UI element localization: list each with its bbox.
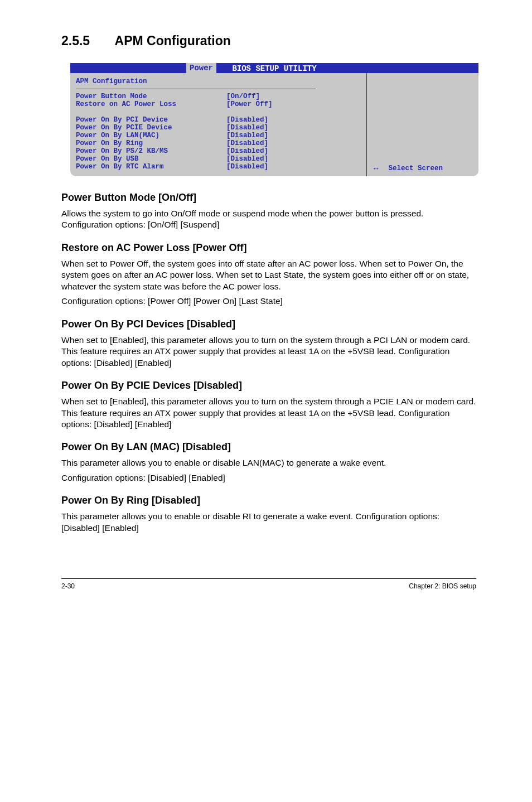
bios-setting-row[interactable]: Power On By PCI Device [Disabled] [76, 116, 361, 124]
paragraph: This parameter allows you to enable or d… [61, 511, 476, 534]
setting-label: Power On By Ring [76, 139, 226, 147]
left-right-arrow-icon: ↔ [374, 164, 378, 173]
subheading: Power On By PCI Devices [Disabled] [61, 318, 476, 330]
section-number: 2.5.5 [61, 33, 112, 49]
subheading: Power On By LAN (MAC) [Disabled] [61, 441, 476, 453]
paragraph: When set to [Enabled], this parameter al… [61, 335, 476, 369]
subheading: Restore on AC Power Loss [Power Off] [61, 242, 476, 254]
bios-panel: BIOS SETUP UTILITY Power APM Configurati… [70, 63, 478, 176]
bios-header-bar: BIOS SETUP UTILITY Power [70, 63, 478, 73]
divider [76, 89, 316, 89]
setting-value: [Disabled] [226, 155, 268, 163]
bios-right-pane: ↔ Select Screen [366, 73, 478, 176]
chapter-label: Chapter 2: BIOS setup [409, 582, 476, 590]
page-footer: 2-30 Chapter 2: BIOS setup [61, 578, 476, 590]
paragraph: When set to Power Off, the system goes i… [61, 258, 476, 292]
bios-header-title: BIOS SETUP UTILITY [232, 64, 316, 73]
setting-label: Power On By PCIE Device [76, 124, 226, 132]
setting-value: [Disabled] [226, 163, 268, 171]
paragraph: Configuration options: [Power Off] [Powe… [61, 296, 476, 307]
setting-value: [Disabled] [226, 116, 268, 124]
setting-label: Power On By USB [76, 155, 226, 163]
bios-setting-row[interactable]: Power On By USB [Disabled] [76, 155, 361, 163]
paragraph: Allows the system to go into On/Off mode… [61, 208, 476, 231]
bios-setting-row[interactable]: Restore on AC Power Loss [Power Off] [76, 100, 361, 108]
bios-setting-row[interactable]: Power On By PS/2 KB/MS [Disabled] [76, 147, 361, 155]
bios-tab-power[interactable]: Power [186, 63, 216, 73]
select-screen-label: Select Screen [388, 165, 443, 172]
bios-setting-row[interactable]: Power On By PCIE Device [Disabled] [76, 124, 361, 132]
page-number: 2-30 [61, 582, 75, 590]
setting-value: [On/Off] [226, 93, 260, 100]
bios-panel-title: APM Configuration [76, 76, 361, 86]
paragraph: Configuration options: [Disabled] [Enabl… [61, 472, 476, 484]
bios-setting-row[interactable]: Power Button Mode [On/Off] [76, 93, 361, 100]
bios-setting-row[interactable]: Power On By Ring [Disabled] [76, 139, 361, 147]
setting-label: Power On By LAN(MAC) [76, 132, 226, 139]
paragraph: This parameter allows you to enable or d… [61, 457, 476, 468]
setting-label: Power Button Mode [76, 93, 226, 100]
section-title-text: APM Configuration [115, 33, 231, 48]
setting-value: [Power Off] [226, 100, 273, 108]
section-heading: 2.5.5 APM Configuration [61, 33, 476, 49]
setting-value: [Disabled] [226, 124, 268, 132]
paragraph: When set to [Enabled], this parameter al… [61, 396, 476, 430]
subheading: Power Button Mode [On/Off] [61, 192, 476, 204]
subheading: Power On By PCIE Devices [Disabled] [61, 380, 476, 392]
bios-setting-row[interactable]: Power On By LAN(MAC) [Disabled] [76, 132, 361, 139]
bios-setting-row[interactable]: Power On By RTC Alarm [Disabled] [76, 163, 361, 171]
bios-left-pane: APM Configuration Power Button Mode [On/… [70, 73, 366, 176]
setting-value: [Disabled] [226, 139, 268, 147]
setting-value: [Disabled] [226, 132, 268, 139]
setting-label: Power On By RTC Alarm [76, 163, 226, 171]
setting-label: Power On By PS/2 KB/MS [76, 147, 226, 155]
setting-label: Restore on AC Power Loss [76, 100, 226, 108]
subheading: Power On By Ring [Disabled] [61, 495, 476, 506]
setting-value: [Disabled] [226, 147, 268, 155]
setting-label: Power On By PCI Device [76, 116, 226, 124]
